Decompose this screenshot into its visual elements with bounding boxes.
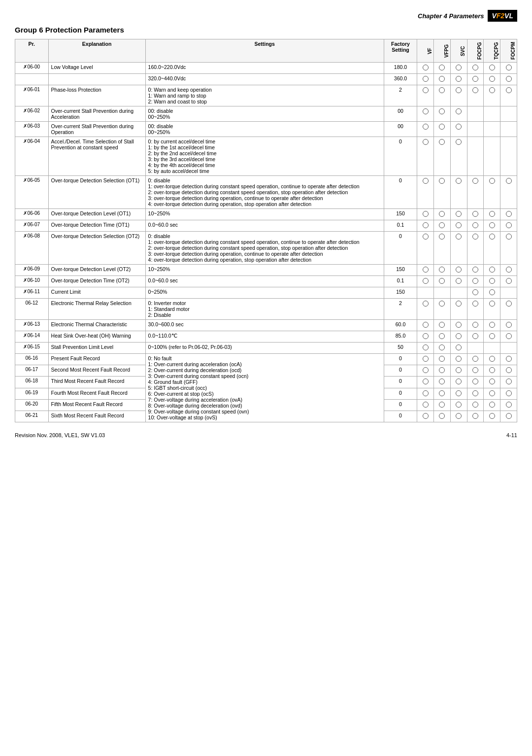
focpg-circle [472, 278, 478, 284]
settings-cell: 00: disable00~250% [145, 122, 384, 137]
table-row: ✗06-14Heat Sink Over-heat (OH) Warning0.… [15, 331, 517, 343]
pr-cell: ✗06-08 [15, 232, 49, 265]
svc-circle [456, 124, 462, 130]
vfpg-cell [434, 331, 451, 343]
focpm-cell [500, 287, 517, 299]
focpg-cell [467, 354, 484, 365]
vfpg-cell [434, 276, 451, 287]
factory-cell: 0 [384, 365, 417, 377]
vf-circle [423, 267, 429, 273]
vfpg-circle [439, 65, 445, 70]
explanation-cell: Electronic Thermal Characteristic [48, 320, 145, 331]
vfpg-circle [439, 413, 445, 419]
pr-cell: ✗06-00 [15, 63, 49, 74]
focpg-cell [467, 176, 484, 209]
pr-cell: ✗06-07 [15, 220, 49, 232]
footer-right: 4-11 [506, 432, 517, 438]
vfpg-cell [434, 209, 451, 220]
tqcpg-cell [484, 176, 500, 209]
vfpg-cell [434, 354, 451, 365]
focpm-cell [500, 411, 517, 422]
vfpg-cell [434, 388, 451, 399]
svc-cell [450, 106, 467, 122]
focpg-cell [467, 365, 484, 377]
tqcpg-circle [489, 211, 495, 217]
focpm-circle [506, 356, 512, 362]
svc-cell [450, 85, 467, 106]
vf-circle [423, 278, 429, 284]
svc-cell [450, 265, 467, 276]
tqcpg-cell [484, 220, 500, 232]
focpg-cell [467, 85, 484, 106]
focpg-circle [472, 301, 478, 307]
focpm-cell [500, 399, 517, 411]
settings-cell: 0: disable1: over-torque detection durin… [145, 176, 384, 209]
focpm-cell [500, 85, 517, 106]
vfpg-circle [439, 124, 445, 130]
tqcpg-circle [489, 267, 495, 273]
vf-cell [417, 209, 434, 220]
factory-cell: 0.1 [384, 276, 417, 287]
vfpg-circle [439, 390, 445, 396]
tqcpg-cell [484, 137, 500, 176]
vf-circle [423, 322, 429, 328]
settings-cell: 0: Inverter motor1: Standard motor2: Dis… [145, 299, 384, 320]
vf-cell [417, 63, 434, 74]
vfpg-circle [439, 367, 445, 373]
settings-cell: 0~250% [145, 287, 384, 299]
tqcpg-cell [484, 276, 500, 287]
vf-circle [423, 234, 429, 240]
tqcpg-cell [484, 232, 500, 265]
svc-circle [456, 65, 462, 70]
focpm-circle [506, 367, 512, 373]
svc-circle [456, 278, 462, 284]
settings-cell: 10~250% [145, 265, 384, 276]
vfpg-circle [439, 356, 445, 362]
vf-cell [417, 299, 434, 320]
vfpg-circle [439, 278, 445, 284]
vf-circle [423, 301, 429, 307]
focpm-circle [506, 222, 512, 228]
focpm-circle [506, 378, 512, 384]
tqcpg-circle [489, 289, 495, 295]
table-row: ✗06-04Accel./Decel. Time Selection of St… [15, 137, 517, 176]
focpg-cell [467, 299, 484, 320]
focpm-cell [500, 354, 517, 365]
vfpg-cell [434, 106, 451, 122]
settings-cell: 160.0~220.0Vdc [145, 63, 384, 74]
svc-circle [456, 356, 462, 362]
explanation-cell: Stall Prevention Limit Level [48, 343, 145, 354]
svc-cell [450, 377, 467, 388]
focpg-cell [467, 320, 484, 331]
svc-circle [456, 378, 462, 384]
svc-circle [456, 108, 462, 114]
page-footer: Revision Nov. 2008, VLE1, SW V1.03 4-11 [15, 432, 517, 438]
vf-cell [417, 354, 434, 365]
factory-cell: 2 [384, 85, 417, 106]
focpm-cell [500, 220, 517, 232]
settings-cell: 0: No fault1: Over-current during accele… [145, 354, 384, 422]
pr-cell: ✗06-02 [15, 106, 49, 122]
explanation-cell: Over-current Stall Prevention during Ope… [48, 122, 145, 137]
svc-circle [456, 267, 462, 273]
focpm-circle [506, 65, 512, 70]
focpg-cell [467, 276, 484, 287]
settings-cell: 0~100% (refer to Pr.06-02, Pr.06-03) [145, 343, 384, 354]
vf-circle [423, 108, 429, 114]
pr-cell: 06-21 [15, 411, 49, 422]
focpg-cell [467, 399, 484, 411]
vf-cell [417, 176, 434, 209]
vfpg-cell [434, 320, 451, 331]
vfpg-cell [434, 232, 451, 265]
focpm-circle [506, 390, 512, 396]
col-header-explanation: Explanation [48, 39, 145, 63]
focpg-circle [472, 211, 478, 217]
pr-cell: 06-18 [15, 377, 49, 388]
focpm-circle [506, 322, 512, 328]
table-row: ✗06-02Over-current Stall Prevention duri… [15, 106, 517, 122]
tqcpg-circle [489, 402, 495, 408]
tqcpg-cell [484, 399, 500, 411]
explanation-cell [48, 74, 145, 85]
vf-cell [417, 331, 434, 343]
vf-circle [423, 390, 429, 396]
